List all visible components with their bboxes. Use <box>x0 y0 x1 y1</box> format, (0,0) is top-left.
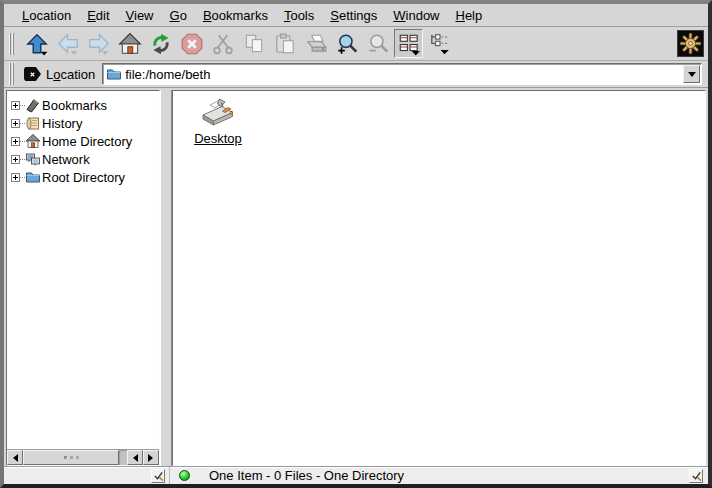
link-view-toggle[interactable] <box>151 469 165 483</box>
expand-plus-icon[interactable] <box>11 155 20 164</box>
status-led-icon <box>179 470 190 481</box>
sidebar-item-label: Root Directory <box>42 170 125 185</box>
cut-button[interactable] <box>208 29 237 58</box>
link-check-icon <box>691 470 702 481</box>
up-button[interactable] <box>22 29 51 58</box>
link-check-icon <box>153 470 164 481</box>
expand-plus-icon[interactable] <box>11 101 20 110</box>
sidebar-item-label: History <box>42 116 82 131</box>
menu-bookmarks[interactable]: Bookmarks <box>195 6 276 25</box>
menu-location[interactable]: Location <box>14 6 79 25</box>
menu-settings[interactable]: Settings <box>322 6 385 25</box>
scrollbar-thumb[interactable] <box>23 450 119 465</box>
forward-icon <box>87 32 111 56</box>
paste-button[interactable] <box>270 29 299 58</box>
home-button[interactable] <box>115 29 144 58</box>
menu-edit[interactable]: Edit <box>79 6 117 25</box>
folder-view[interactable]: Desktop <box>172 90 706 466</box>
sidebar-item-bookmarks[interactable]: Bookmarks <box>7 96 159 114</box>
expand-plus-icon[interactable] <box>11 119 20 128</box>
menu-bar: Location Edit View Go Bookmarks Tools Se… <box>4 4 708 27</box>
scroll-left-button-2[interactable] <box>127 450 143 465</box>
bookmarks-icon <box>25 97 41 113</box>
arrow-left-icon <box>9 454 18 462</box>
scroll-left-button[interactable] <box>7 450 23 465</box>
sidebar-item-root-directory[interactable]: Root Directory <box>7 168 159 186</box>
back-icon <box>56 32 80 56</box>
icon-view-button[interactable] <box>394 29 423 58</box>
zoom-in-button[interactable] <box>332 29 361 58</box>
main-status-strip: One Item - 0 Files - One Directory <box>170 467 708 484</box>
sidebar-item-history[interactable]: History <box>7 114 159 132</box>
status-bar: One Item - 0 Files - One Directory <box>4 466 708 484</box>
stop-button[interactable] <box>177 29 206 58</box>
location-toolbar: Location <box>4 61 708 88</box>
sidebar-horizontal-scrollbar <box>7 449 159 465</box>
reload-icon <box>149 32 173 56</box>
menu-tools[interactable]: Tools <box>276 6 322 25</box>
desktop-folder-icon <box>200 98 236 128</box>
expand-plus-icon[interactable] <box>11 137 20 146</box>
chevron-down-icon <box>688 72 696 81</box>
konqueror-window: Location Edit View Go Bookmarks Tools Se… <box>0 0 712 488</box>
history-icon <box>25 115 41 131</box>
copy-icon <box>242 32 266 56</box>
sidebar-panel: Bookmarks History <box>6 90 160 466</box>
konqueror-gear-icon <box>677 30 704 57</box>
sidebar-item-label: Home Directory <box>42 134 132 149</box>
scrollbar-track[interactable] <box>119 450 127 465</box>
zoom-in-icon <box>335 32 359 56</box>
menu-view[interactable]: View <box>118 6 162 25</box>
arrow-left-icon <box>129 454 138 462</box>
status-text: One Item - 0 Files - One Directory <box>209 468 404 483</box>
zoom-out-icon <box>366 32 390 56</box>
sidebar-item-label: Bookmarks <box>42 98 107 113</box>
home-icon <box>25 133 41 149</box>
file-item-desktop[interactable]: Desktop <box>187 98 249 146</box>
clear-location-button[interactable] <box>24 67 41 81</box>
sidebar-item-label: Network <box>42 152 90 167</box>
stop-icon <box>180 32 204 56</box>
menu-go[interactable]: Go <box>162 6 195 25</box>
folder-icon <box>25 169 41 185</box>
back-button[interactable] <box>53 29 82 58</box>
menu-help[interactable]: Help <box>448 6 491 25</box>
copy-button[interactable] <box>239 29 268 58</box>
forward-button[interactable] <box>84 29 113 58</box>
location-input[interactable] <box>123 65 683 83</box>
arrow-right-icon <box>148 454 157 462</box>
folder-icon <box>106 66 122 82</box>
location-dropdown-button[interactable] <box>683 65 700 83</box>
expand-plus-icon[interactable] <box>11 173 20 182</box>
sidebar-status-strip <box>4 467 170 484</box>
scrollbar-grip-dots <box>64 456 67 459</box>
cut-icon <box>211 32 235 56</box>
sidebar-item-home-directory[interactable]: Home Directory <box>7 132 159 150</box>
main-toolbar <box>4 27 708 61</box>
locbar-grip[interactable] <box>9 63 16 85</box>
pane-splitter[interactable] <box>160 90 172 466</box>
reload-button[interactable] <box>146 29 175 58</box>
location-label: Location <box>46 67 95 82</box>
tree-view-icon <box>428 32 452 56</box>
clear-location-icon <box>30 70 35 79</box>
up-icon <box>25 32 49 56</box>
menu-window[interactable]: Window <box>385 6 447 25</box>
file-item-label[interactable]: Desktop <box>194 131 242 146</box>
paste-icon <box>273 32 297 56</box>
location-combobox <box>102 63 702 85</box>
sidebar-tree: Bookmarks History <box>7 91 159 449</box>
toolbar-grip[interactable] <box>9 33 16 55</box>
home-icon <box>118 32 142 56</box>
print-icon <box>304 32 328 56</box>
tree-view-button[interactable] <box>425 29 454 58</box>
network-icon <box>25 151 41 167</box>
icon-view-icon <box>397 32 421 56</box>
print-button[interactable] <box>301 29 330 58</box>
scroll-right-button[interactable] <box>143 450 159 465</box>
link-view-toggle-main[interactable] <box>689 469 703 483</box>
zoom-out-button[interactable] <box>363 29 392 58</box>
sidebar-item-network[interactable]: Network <box>7 150 159 168</box>
content-area: Bookmarks History <box>4 88 708 466</box>
